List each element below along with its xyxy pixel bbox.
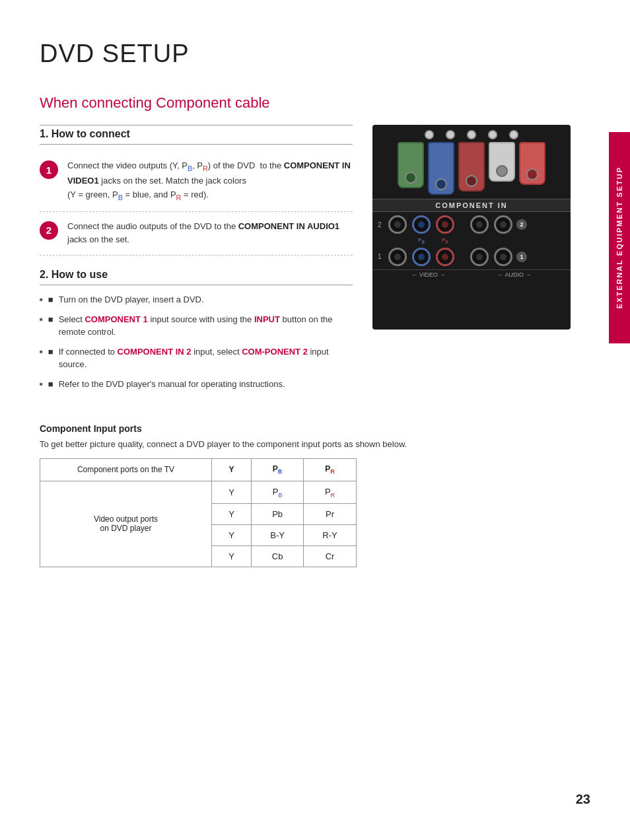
- bullet-2: ■ Select COMPONENT 1 input source with u…: [40, 313, 353, 339]
- step-1-text: Connect the video outputs (Y, PB, PR) of…: [67, 159, 353, 203]
- sub-heading-connect: 1. How to connect: [40, 125, 353, 145]
- component-in-label: COMPONENT IN: [372, 199, 571, 212]
- dot-2: [446, 130, 455, 139]
- row3-col3: R-Y: [304, 525, 357, 546]
- bullet-3: ■ If connected to COMPONENT IN 2 input, …: [40, 345, 353, 371]
- dot-1: [425, 130, 434, 139]
- port-row-2: 2 2: [372, 212, 571, 237]
- port-2-3: [436, 215, 454, 234]
- bullet-4: ■ Refer to the DVD player's manual for o…: [40, 378, 353, 391]
- spacer: [460, 215, 465, 234]
- label-pb: PB: [412, 237, 431, 244]
- audio-label: ← AUDIO →: [497, 271, 531, 278]
- bullet-2-icon: ■: [48, 313, 53, 339]
- step-1: 1 Connect the video outputs (Y, PB, PR) …: [40, 151, 353, 212]
- sub-heading-use: 2. How to use: [40, 269, 353, 285]
- dot-3: [467, 130, 476, 139]
- bullet-1-text: Turn on the DVD player, insert a DVD.: [59, 293, 204, 306]
- row2-col3: Pr: [304, 504, 357, 525]
- top-dots: [386, 130, 557, 139]
- port-1-2: [412, 248, 431, 266]
- table-subtitle: To get better picture quality, connect a…: [40, 439, 577, 449]
- plug-red1: [458, 142, 485, 192]
- row1-col2: PB: [252, 481, 304, 504]
- use-section: 2. How to use ■ Turn on the DVD player, …: [40, 269, 353, 390]
- row-label-1: 1: [378, 253, 386, 260]
- bullet-1-icon: ■: [48, 293, 53, 306]
- plugs-row: [372, 142, 571, 195]
- section-heading: When connecting Component cable: [40, 94, 577, 112]
- bullet-3-text: If connected to COMPONENT IN 2 input, se…: [59, 345, 353, 371]
- port-row-1: 1 1: [372, 244, 571, 269]
- page-title: DVD SETUP: [40, 40, 577, 68]
- sub-labels: PB PR: [372, 237, 571, 244]
- row4-col1: Y: [212, 546, 252, 567]
- bullet-1: ■ Turn on the DVD player, insert a DVD.: [40, 293, 353, 306]
- bullet-2-text: Select COMPONENT 1 input source with usi…: [59, 313, 353, 339]
- port-1-3: [436, 248, 454, 266]
- spacer2: [460, 248, 465, 266]
- table-row-1: Video output portson DVD player Y PB PR: [40, 481, 357, 504]
- dot-4: [488, 130, 497, 139]
- annotation-2: 2: [516, 219, 527, 230]
- table-header-row: Component ports on the TV Y PB PR: [40, 459, 357, 481]
- row4-col3: Cr: [304, 546, 357, 567]
- port-1-1: [388, 248, 407, 266]
- plug-red2-end: [526, 168, 538, 180]
- annotation-1: 1: [516, 252, 527, 262]
- row1-col3: PR: [304, 481, 357, 504]
- port-1-4: [470, 248, 489, 266]
- ports-row-2: [388, 215, 512, 234]
- plug-white-end: [496, 165, 508, 177]
- port-2-4: [470, 215, 489, 234]
- label-y: [388, 237, 407, 244]
- plug-red2: [519, 142, 545, 185]
- plug-blue-end: [435, 178, 447, 190]
- plug-red1-end: [466, 175, 477, 187]
- row1-col1: Y: [212, 481, 252, 504]
- table-section: Component Input ports To get better pict…: [40, 423, 577, 567]
- bullet-4-text: Refer to the DVD player's manual for ope…: [59, 378, 285, 391]
- sidebar-tab-label: EXTERNAL EQUIPMENT SETUP: [615, 166, 623, 308]
- step-2-circle: 2: [40, 221, 58, 240]
- port-1-5: [494, 248, 512, 266]
- bottom-labels: ← VIDEO → ← AUDIO →: [372, 269, 571, 279]
- plug-green-end: [405, 172, 417, 184]
- plug-green: [398, 142, 424, 188]
- right-column: COMPONENT IN 2 2: [372, 125, 577, 397]
- plug-white: [489, 142, 515, 182]
- bullet-4-icon: ■: [48, 378, 53, 391]
- page-container: EXTERNAL EQUIPMENT SETUP DVD SETUP When …: [0, 0, 630, 840]
- video-output-label: Video output portson DVD player: [40, 481, 212, 567]
- bullet-list: ■ Turn on the DVD player, insert a DVD. …: [40, 293, 353, 390]
- plug-blue: [428, 142, 454, 195]
- port-2-2: [412, 215, 431, 234]
- port-2-1: [388, 215, 407, 234]
- bullet-3-icon: ■: [48, 345, 53, 371]
- left-column: 1. How to connect 1 Connect the video ou…: [40, 125, 353, 397]
- label-pr: PR: [436, 237, 454, 244]
- row2-col2: Pb: [252, 504, 304, 525]
- cables-area: [372, 125, 571, 142]
- step-2: 2 Connect the audio outputs of the DVD t…: [40, 212, 353, 256]
- content-row: 1. How to connect 1 Connect the video ou…: [40, 125, 577, 397]
- component-table: Component ports on the TV Y PB PR Video …: [40, 458, 357, 567]
- port-2-5: [494, 215, 512, 234]
- row2-col1: Y: [212, 504, 252, 525]
- dot-5: [509, 130, 518, 139]
- header-col2: PB: [252, 459, 304, 481]
- row4-col2: Cb: [252, 546, 304, 567]
- row3-col1: Y: [212, 525, 252, 546]
- video-label: ← VIDEO →: [411, 271, 445, 278]
- header-col1: Y: [212, 459, 252, 481]
- row-label-2: 2: [378, 221, 386, 228]
- step-2-text: Connect the audio outputs of the DVD to …: [67, 220, 353, 248]
- sidebar-tab: EXTERNAL EQUIPMENT SETUP: [609, 132, 630, 343]
- ports-row-1: [388, 248, 512, 266]
- table-title: Component Input ports: [40, 423, 577, 434]
- page-number: 23: [576, 792, 590, 807]
- header-col0: Component ports on the TV: [40, 459, 212, 481]
- row3-col2: B-Y: [252, 525, 304, 546]
- component-image: COMPONENT IN 2 2: [372, 125, 571, 330]
- header-col3: PR: [304, 459, 357, 481]
